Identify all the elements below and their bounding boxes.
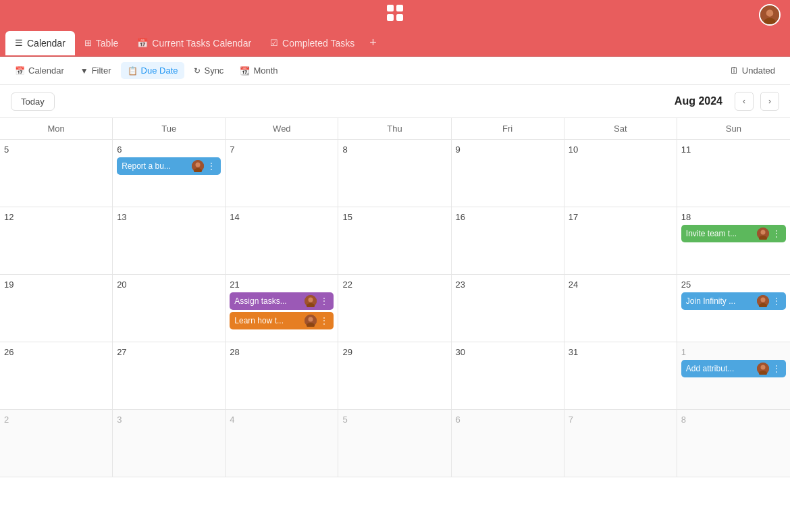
task-item[interactable]: Report a bu...⋮ bbox=[117, 157, 221, 175]
due-date-button[interactable]: 📋 Due Date bbox=[121, 62, 185, 79]
cell-date: 23 bbox=[456, 280, 465, 290]
cell-date: 18 bbox=[681, 212, 691, 222]
task-avatar bbox=[305, 315, 317, 327]
cal-cell[interactable]: 24+ bbox=[564, 275, 677, 342]
current-tasks-tab-icon: 📅 bbox=[137, 38, 148, 48]
cell-date: 13 bbox=[117, 212, 126, 222]
task-menu-button[interactable]: ⋮ bbox=[772, 296, 781, 307]
task-menu-button[interactable]: ⋮ bbox=[319, 315, 329, 326]
cal-cell[interactable]: 4+ bbox=[226, 410, 338, 477]
undated-button[interactable]: 🗓 Undated bbox=[723, 62, 782, 79]
task-label: Add attribut... bbox=[686, 364, 757, 373]
month-title: Aug 2024 bbox=[675, 95, 722, 107]
cell-date: 6 bbox=[456, 415, 460, 425]
tab-completed-tasks[interactable]: ☑ Completed Tasks bbox=[261, 31, 364, 55]
cal-cell[interactable]: 8+ bbox=[338, 140, 451, 207]
cell-date: 26 bbox=[4, 347, 14, 357]
cell-date: 5 bbox=[342, 415, 347, 425]
cell-date: 2 bbox=[4, 415, 9, 425]
task-item[interactable]: Join Infinity ...⋮ bbox=[681, 292, 786, 310]
task-item[interactable]: Assign tasks...⋮ bbox=[230, 292, 334, 310]
cal-cell[interactable]: 23+ bbox=[452, 275, 564, 342]
calendar-view-button[interactable]: 📅 Calendar bbox=[8, 62, 71, 79]
cal-cell[interactable]: 7+ bbox=[226, 140, 338, 207]
task-item[interactable]: Invite team t...⋮ bbox=[681, 225, 786, 242]
svg-rect-2 bbox=[387, 14, 394, 21]
cell-date: 17 bbox=[569, 212, 578, 222]
cell-date: 25 bbox=[681, 280, 691, 290]
cell-date: 24 bbox=[569, 280, 578, 290]
next-month-button[interactable]: › bbox=[760, 92, 779, 111]
user-avatar[interactable] bbox=[759, 4, 781, 26]
cell-date: 14 bbox=[230, 212, 239, 222]
add-tab-button[interactable]: + bbox=[364, 33, 382, 53]
cell-date: 15 bbox=[342, 212, 352, 222]
cal-cell[interactable]: 26+ bbox=[0, 342, 113, 410]
cal-cell[interactable]: 14+ bbox=[226, 207, 338, 275]
tab-table[interactable]: ⊞ Table bbox=[75, 31, 128, 55]
cell-date: 21 bbox=[230, 280, 239, 290]
cal-cell[interactable]: 7+ bbox=[564, 410, 677, 477]
cal-cell[interactable]: 21+Assign tasks...⋮Learn how t...⋮ bbox=[226, 275, 338, 342]
cal-cell[interactable]: 1+Add attribut...⋮ bbox=[677, 342, 790, 410]
cal-cell[interactable]: 13+ bbox=[113, 207, 226, 275]
tab-table-label: Table bbox=[96, 38, 118, 49]
cal-cell[interactable]: 12+ bbox=[0, 207, 113, 275]
cal-cell[interactable]: 31+ bbox=[564, 342, 677, 410]
tab-calendar[interactable]: ☰ Calendar bbox=[5, 31, 75, 55]
undated-label: Undated bbox=[742, 65, 775, 76]
cal-cell[interactable]: 19+ bbox=[0, 275, 113, 342]
cal-cell[interactable]: 16+ bbox=[452, 207, 564, 275]
cal-cell[interactable]: 6+Report a bu...⋮ bbox=[113, 140, 226, 207]
task-label: Join Infinity ... bbox=[686, 296, 757, 306]
cal-cell[interactable]: 2+ bbox=[0, 410, 113, 477]
cal-cell[interactable]: 10+ bbox=[564, 140, 677, 207]
cal-cell[interactable]: 6+ bbox=[452, 410, 564, 477]
calendar-container: Today Aug 2024 ‹ › Mon Tue Wed Thu Fri S… bbox=[0, 85, 790, 532]
cal-cell[interactable]: 15+ bbox=[338, 207, 451, 275]
cell-date: 11 bbox=[681, 144, 691, 155]
day-header-fri: Fri bbox=[452, 118, 564, 139]
cal-cell[interactable]: 18+Invite team t...⋮ bbox=[677, 207, 790, 275]
sync-button[interactable]: ↻ Sync bbox=[187, 62, 230, 79]
task-avatar bbox=[305, 295, 317, 307]
sync-label: Sync bbox=[204, 65, 223, 76]
cal-cell[interactable]: 5+ bbox=[0, 140, 113, 207]
month-button[interactable]: 📆 Month bbox=[233, 62, 284, 79]
filter-button[interactable]: ▼ Filter bbox=[74, 62, 118, 79]
month-label: Month bbox=[253, 65, 278, 76]
svg-rect-1 bbox=[396, 5, 403, 11]
cal-cell[interactable]: 28+ bbox=[226, 342, 338, 410]
day-header-tue: Tue bbox=[113, 118, 226, 139]
cell-date: 5 bbox=[4, 144, 9, 155]
completed-tasks-tab-icon: ☑ bbox=[270, 38, 278, 48]
cal-cell[interactable]: 29+ bbox=[338, 342, 451, 410]
tab-completed-tasks-label: Completed Tasks bbox=[282, 38, 354, 49]
cal-cell[interactable]: 9+ bbox=[452, 140, 564, 207]
task-item[interactable]: Learn how t...⋮ bbox=[230, 312, 334, 329]
task-avatar bbox=[757, 363, 769, 375]
cal-cell[interactable]: 3+ bbox=[113, 410, 226, 477]
cal-cell[interactable]: 27+ bbox=[113, 342, 226, 410]
cal-cell[interactable]: 8+ bbox=[677, 410, 790, 477]
cal-cell[interactable]: 11+ bbox=[677, 140, 790, 207]
cal-cell[interactable]: 25+Join Infinity ...⋮ bbox=[677, 275, 790, 342]
task-menu-button[interactable]: ⋮ bbox=[772, 363, 781, 374]
cell-date: 9 bbox=[456, 144, 460, 155]
toolbar: 📅 Calendar ▼ Filter 📋 Due Date ↻ Sync 📆 … bbox=[0, 57, 790, 85]
tab-current-tasks-calendar[interactable]: 📅 Current Tasks Calendar bbox=[128, 31, 261, 55]
cell-date: 19 bbox=[4, 280, 14, 290]
cell-date: 27 bbox=[117, 347, 126, 357]
task-label: Report a bu... bbox=[122, 161, 192, 171]
task-menu-button[interactable]: ⋮ bbox=[319, 296, 329, 307]
task-menu-button[interactable]: ⋮ bbox=[772, 228, 781, 239]
cal-cell[interactable]: 30+ bbox=[452, 342, 564, 410]
prev-month-button[interactable]: ‹ bbox=[735, 92, 754, 111]
cal-cell[interactable]: 17+ bbox=[564, 207, 677, 275]
cal-cell[interactable]: 22+ bbox=[338, 275, 451, 342]
cal-cell[interactable]: 5+ bbox=[338, 410, 451, 477]
today-button[interactable]: Today bbox=[11, 92, 55, 111]
task-menu-button[interactable]: ⋮ bbox=[207, 161, 216, 171]
cal-cell[interactable]: 20+ bbox=[113, 275, 226, 342]
task-item[interactable]: Add attribut...⋮ bbox=[681, 360, 786, 377]
